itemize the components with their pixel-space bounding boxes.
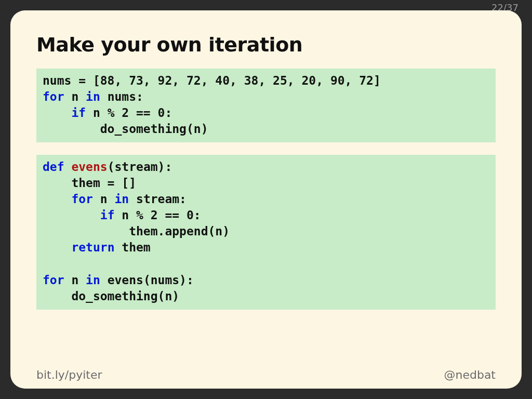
keyword-in: in [86,90,100,103]
code-text [64,160,72,174]
footer-link-suffix: pyiter [69,368,102,381]
keyword-for: for [71,192,93,206]
code-line: them = [] [43,176,136,190]
code-text: n % 2 == 0: [114,208,201,222]
code-block-1: nums = [88, 73, 92, 72, 40, 38, 25, 20, … [36,69,496,142]
code-text: nums: [100,90,143,103]
slide-footer: bit.ly/pyiter @nedbat [36,368,496,381]
code-line: nums = [88, 73, 92, 72, 40, 38, 25, 20, … [43,74,381,87]
footer-link-prefix: bit.ly [36,368,65,381]
code-line: do_something(n) [43,122,208,136]
code-block-2: def evens(stream): them = [] for n in st… [36,155,496,309]
code-line: them.append(n) [43,224,230,238]
code-text: n [93,192,115,206]
code-text: n % 2 == 0: [86,106,172,119]
code-text: evens(nums): [100,273,194,287]
footer-link: bit.ly/pyiter [36,368,102,381]
slide: Make your own iteration nums = [88, 73, … [10,10,522,389]
footer-handle: @nedbat [444,368,496,381]
keyword-if: if [100,208,115,222]
code-text: them [114,241,150,254]
func-name: evens [71,160,107,174]
keyword-in: in [114,192,129,206]
code-line: do_something(n) [43,289,179,303]
code-text: stream: [129,192,187,206]
slide-title: Make your own iteration [36,33,496,56]
keyword-for: for [43,90,64,103]
keyword-in: in [86,273,100,287]
keyword-def: def [43,160,64,174]
keyword-for: for [43,273,64,287]
code-text: n [64,90,86,103]
keyword-return: return [71,241,114,254]
code-text: (stream): [108,160,172,174]
keyword-if: if [71,106,86,119]
code-text: n [64,273,86,287]
